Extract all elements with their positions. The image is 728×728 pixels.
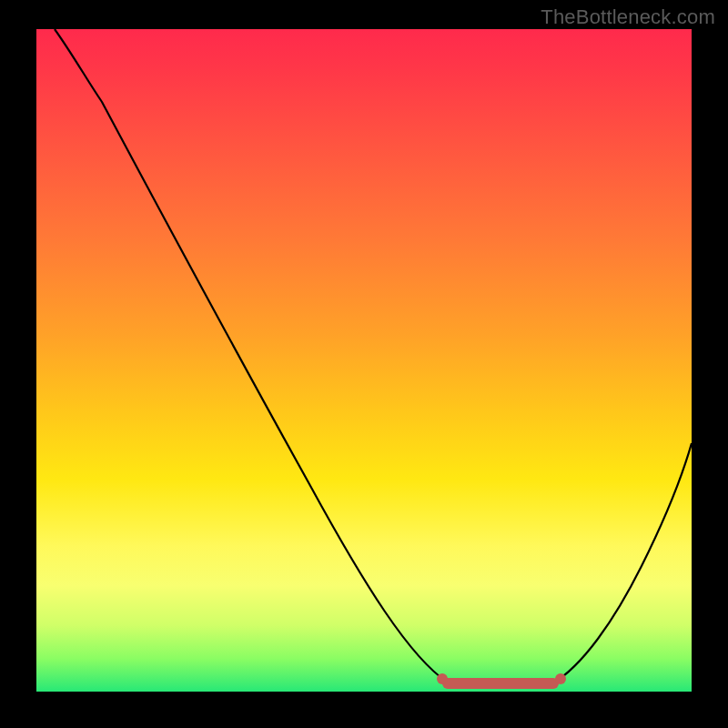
chart-plot-area bbox=[36, 29, 692, 692]
optimal-range-cap-right bbox=[555, 673, 566, 684]
optimal-range-highlight bbox=[442, 678, 559, 689]
curve-path bbox=[55, 29, 692, 686]
optimal-range-cap-left bbox=[437, 673, 448, 684]
watermark-text: TheBottleneck.com bbox=[541, 5, 715, 29]
bottleneck-curve bbox=[36, 29, 692, 692]
